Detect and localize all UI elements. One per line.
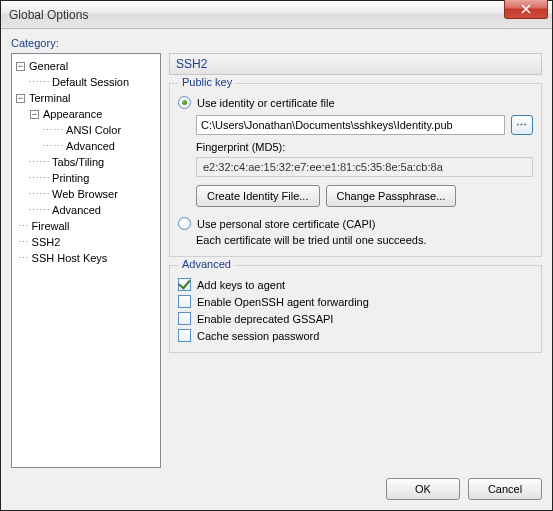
openssh-fwd-row[interactable]: Enable OpenSSH agent forwarding [178,295,533,308]
titlebar[interactable]: Global Options [1,1,552,29]
add-keys-checkbox[interactable] [178,278,191,291]
openssh-fwd-checkbox[interactable] [178,295,191,308]
ok-button[interactable]: OK [386,478,460,500]
public-key-group-title: Public key [178,76,236,88]
cancel-button[interactable]: Cancel [468,478,542,500]
minus-icon[interactable]: − [16,62,25,71]
add-keys-label: Add keys to agent [197,279,285,291]
tree-item-terminal-advanced[interactable]: ⋯⋯ Advanced [14,202,158,218]
gssapi-checkbox[interactable] [178,312,191,325]
use-identity-radio[interactable] [178,96,191,109]
use-capi-radio-row[interactable]: Use personal store certificate (CAPI) [178,217,533,230]
create-identity-button[interactable]: Create Identity File... [196,185,320,207]
panel-title: SSH2 [169,53,542,75]
openssh-fwd-label: Enable OpenSSH agent forwarding [197,296,369,308]
capi-note: Each certificate will be tried until one… [196,234,533,246]
tree-item-ssh-host-keys[interactable]: ⋯ SSH Host Keys [14,250,158,266]
identity-path-input[interactable] [196,115,505,135]
tree-item-tabs-tiling[interactable]: ⋯⋯ Tabs/Tiling [14,154,158,170]
settings-panel: SSH2 Public key Use identity or certific… [169,53,542,468]
close-button[interactable] [504,0,548,19]
minus-icon[interactable]: − [16,94,25,103]
use-capi-radio[interactable] [178,217,191,230]
cache-pwd-row[interactable]: Cache session password [178,329,533,342]
fingerprint-value: e2:32:c4:ae:15:32:e7:ee:e1:81:c5:35:8e:5… [196,157,533,177]
close-icon [521,4,531,14]
tree-item-appearance-advanced[interactable]: ⋯⋯ Advanced [14,138,158,154]
tree-item-appearance[interactable]: − Appearance [14,106,158,122]
fingerprint-label: Fingerprint (MD5): [196,141,533,153]
dialog-footer: OK Cancel [11,468,542,500]
gssapi-label: Enable deprecated GSSAPI [197,313,333,325]
add-keys-row[interactable]: Add keys to agent [178,278,533,291]
change-passphrase-button[interactable]: Change Passphrase... [326,185,457,207]
tree-item-ssh2[interactable]: ⋯ SSH2 [14,234,158,250]
category-tree[interactable]: − General ⋯⋯ Default Session − Terminal … [11,53,161,468]
window-title: Global Options [9,8,88,22]
tree-item-general[interactable]: − General [14,58,158,74]
tree-item-terminal[interactable]: − Terminal [14,90,158,106]
minus-icon[interactable]: − [30,110,39,119]
use-identity-label: Use identity or certificate file [197,97,335,109]
use-identity-radio-row[interactable]: Use identity or certificate file [178,96,533,109]
tree-item-web-browser[interactable]: ⋯⋯ Web Browser [14,186,158,202]
cache-pwd-checkbox[interactable] [178,329,191,342]
columns: − General ⋯⋯ Default Session − Terminal … [11,53,542,468]
tree-item-printing[interactable]: ⋯⋯ Printing [14,170,158,186]
category-label: Category: [11,37,542,49]
advanced-group: Advanced Add keys to agent Enable OpenSS… [169,265,542,353]
advanced-group-title: Advanced [178,258,235,270]
client-area: Category: − General ⋯⋯ Default Session −… [1,29,552,510]
gssapi-row[interactable]: Enable deprecated GSSAPI [178,312,533,325]
tree-item-ansi-color[interactable]: ⋯⋯ ANSI Color [14,122,158,138]
cache-pwd-label: Cache session password [197,330,319,342]
public-key-group: Public key Use identity or certificate f… [169,83,542,257]
tree-item-firewall[interactable]: ⋯ Firewall [14,218,158,234]
browse-button[interactable]: ⋯ [511,115,533,135]
global-options-dialog: Global Options Category: − General ⋯⋯ De… [0,0,553,511]
ellipsis-icon: ⋯ [516,119,528,132]
tree-item-default-session[interactable]: ⋯⋯ Default Session [14,74,158,90]
use-capi-label: Use personal store certificate (CAPI) [197,218,376,230]
